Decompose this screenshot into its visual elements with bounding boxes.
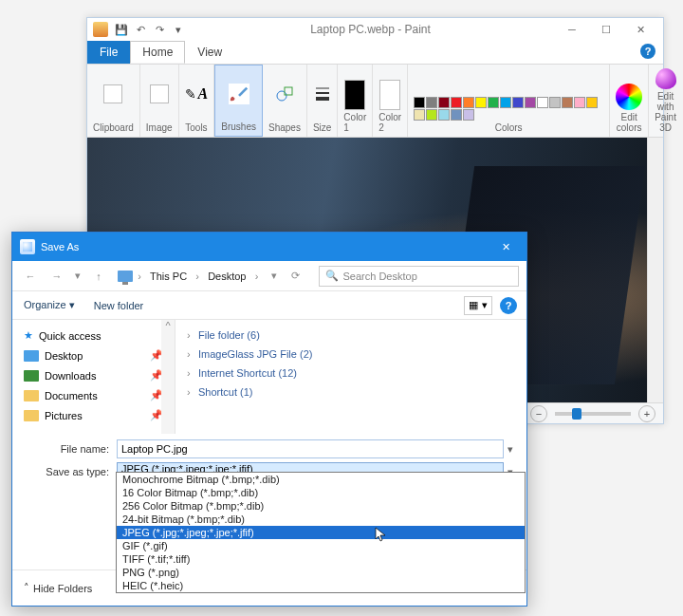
- type-option[interactable]: HEIC (*.heic): [117, 579, 525, 592]
- tab-view[interactable]: View: [185, 41, 234, 64]
- color-palette[interactable]: [414, 93, 603, 121]
- palette-swatch[interactable]: [574, 97, 585, 108]
- sidebar-item-documents[interactable]: Documents📌: [12, 385, 175, 405]
- address-dropdown-icon[interactable]: ▾: [269, 270, 279, 282]
- palette-swatch[interactable]: [549, 97, 561, 108]
- palette-swatch[interactable]: [537, 97, 548, 108]
- palette-swatch[interactable]: [562, 97, 573, 108]
- dialog-close-button[interactable]: ✕: [492, 237, 519, 256]
- filename-dropdown-icon[interactable]: ▾: [504, 443, 517, 456]
- chevron-right-icon[interactable]: ›: [193, 271, 202, 282]
- palette-swatch[interactable]: [414, 97, 425, 108]
- undo-icon[interactable]: ↶: [133, 22, 148, 37]
- history-dropdown-icon[interactable]: ▾: [73, 270, 83, 282]
- sidebar-item-desktop[interactable]: Desktop📌: [12, 345, 175, 365]
- ribbon-group-color1[interactable]: Color 1: [338, 65, 373, 137]
- save-as-type-label: Save as type:: [22, 466, 117, 477]
- save-icon[interactable]: 💾: [114, 22, 129, 37]
- ribbon-group-color2[interactable]: Color 2: [373, 65, 408, 137]
- ribbon-group-paint3d[interactable]: Edit with Paint 3D: [649, 65, 682, 137]
- new-folder-button[interactable]: New folder: [92, 296, 146, 315]
- documents-label: Documents: [45, 390, 98, 401]
- vertical-scrollbar[interactable]: [647, 138, 663, 402]
- close-button[interactable]: ✕: [623, 19, 657, 40]
- palette-swatch[interactable]: [438, 109, 450, 121]
- palette-swatch[interactable]: [426, 97, 437, 108]
- palette-swatch[interactable]: [475, 97, 487, 108]
- palette-swatch[interactable]: [463, 109, 474, 121]
- save-as-type-dropdown[interactable]: Monochrome Bitmap (*.bmp;*.dib)16 Color …: [116, 472, 526, 593]
- chevron-right-icon[interactable]: ›: [251, 271, 261, 282]
- sidebar-scrollbar[interactable]: ^: [161, 320, 175, 434]
- palette-swatch[interactable]: [438, 97, 450, 108]
- select-icon[interactable]: [150, 84, 169, 103]
- address-bar[interactable]: › This PC › Desktop ›: [115, 266, 264, 287]
- ribbon-group-edit-colors[interactable]: Edit colors: [610, 65, 649, 137]
- sidebar-item-pictures[interactable]: Pictures📌: [12, 405, 175, 425]
- palette-swatch[interactable]: [488, 97, 499, 108]
- group-internet-shortcut[interactable]: ›Internet Shortcut (12): [185, 364, 517, 383]
- paint3d-label: Edit with Paint 3D: [655, 89, 676, 135]
- breadcrumb-root[interactable]: This PC: [146, 269, 191, 284]
- dialog-icon: [20, 239, 35, 254]
- breadcrumb-desktop[interactable]: Desktop: [204, 269, 249, 284]
- palette-swatch[interactable]: [451, 97, 462, 108]
- group-imageglass-jpg[interactable]: ›ImageGlass JPG File (2): [185, 345, 517, 364]
- redo-icon[interactable]: ↷: [152, 22, 167, 37]
- organize-button[interactable]: Organize ▾: [22, 295, 77, 315]
- type-option[interactable]: 24-bit Bitmap (*.bmp;*.dib): [117, 513, 525, 526]
- zoom-slider[interactable]: [555, 412, 631, 416]
- color2-swatch[interactable]: [379, 80, 400, 110]
- quick-access-label: Quick access: [39, 330, 101, 342]
- paste-icon[interactable]: [103, 84, 122, 103]
- sidebar-item-downloads[interactable]: Downloads📌: [12, 365, 175, 385]
- view-options-button[interactable]: ▦ ▾: [464, 296, 492, 315]
- group-shortcut[interactable]: ›Shortcut (1): [185, 383, 517, 401]
- type-option[interactable]: TIFF (*.tif;*.tiff): [117, 552, 525, 566]
- color1-swatch[interactable]: [344, 80, 365, 110]
- type-option[interactable]: GIF (*.gif): [117, 539, 525, 552]
- palette-swatch[interactable]: [414, 109, 425, 121]
- maximize-button[interactable]: ☐: [589, 19, 623, 40]
- size-icon[interactable]: [314, 85, 331, 103]
- minimize-button[interactable]: ─: [555, 19, 589, 40]
- qat-dropdown-icon[interactable]: ▾: [171, 22, 186, 37]
- ribbon-group-brushes[interactable]: Brushes: [214, 65, 263, 137]
- zoom-thumb[interactable]: [572, 408, 581, 420]
- edit-colors-icon: [616, 84, 642, 110]
- zoom-out-button[interactable]: −: [530, 405, 547, 422]
- file-list[interactable]: ›File folder (6) ›ImageGlass JPG File (2…: [175, 320, 526, 434]
- palette-swatch[interactable]: [512, 97, 524, 108]
- file-name-input[interactable]: [117, 439, 504, 458]
- group-file-folder[interactable]: ›File folder (6): [185, 326, 517, 345]
- help-icon[interactable]: ?: [640, 44, 655, 59]
- palette-swatch[interactable]: [525, 97, 536, 108]
- nav-bar: ← → ▾ ↑ › This PC › Desktop › ▾ ⟳ 🔍 Sear…: [12, 261, 526, 291]
- palette-swatch[interactable]: [463, 97, 474, 108]
- palette-swatch[interactable]: [586, 97, 598, 108]
- up-button[interactable]: ↑: [88, 266, 109, 287]
- back-button[interactable]: ←: [20, 266, 41, 287]
- zoom-in-button[interactable]: +: [638, 405, 655, 422]
- type-option[interactable]: PNG (*.png): [117, 566, 525, 579]
- forward-button[interactable]: →: [46, 266, 67, 287]
- hide-folders-button[interactable]: ˄ Hide Folders: [24, 582, 92, 594]
- type-option[interactable]: Monochrome Bitmap (*.bmp;*.dib): [117, 473, 525, 486]
- tab-file[interactable]: File: [87, 41, 130, 64]
- sidebar-item-quick-access[interactable]: ★Quick access: [12, 326, 175, 345]
- palette-swatch[interactable]: [451, 109, 462, 121]
- search-input[interactable]: 🔍 Search Desktop: [319, 266, 519, 287]
- pencil-icon[interactable]: ✎: [185, 86, 196, 102]
- text-icon[interactable]: A: [198, 85, 209, 103]
- tab-home[interactable]: Home: [130, 41, 185, 64]
- refresh-button[interactable]: ⟳: [285, 266, 305, 287]
- shapes-icon[interactable]: [275, 84, 294, 103]
- chevron-right-icon[interactable]: ›: [135, 271, 144, 282]
- help-icon[interactable]: ?: [500, 297, 517, 314]
- palette-swatch[interactable]: [500, 97, 511, 108]
- type-option[interactable]: 16 Color Bitmap (*.bmp;*.dib): [117, 486, 525, 499]
- palette-swatch[interactable]: [426, 109, 437, 121]
- type-option[interactable]: 256 Color Bitmap (*.bmp;*.dib): [117, 499, 525, 513]
- edit-colors-label: Edit colors: [616, 110, 642, 135]
- type-option[interactable]: JPEG (*.jpg;*.jpeg;*.jpe;*.jfif): [117, 526, 525, 539]
